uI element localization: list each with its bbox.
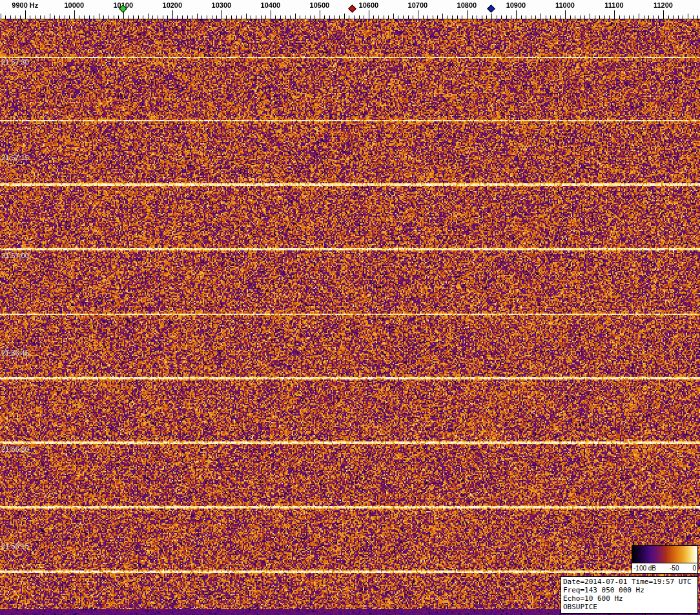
- spectrogram-canvas: [0, 19, 700, 615]
- time-tick-label: 21:56:30: [1, 445, 29, 453]
- freq-tick-label: 10200: [163, 1, 183, 9]
- colorbar-label-max: 0: [692, 565, 696, 572]
- info-freq-line: Freq=143 050 000 Hz: [563, 586, 695, 594]
- colorbar-gradient: [632, 546, 697, 563]
- frequency-ruler[interactable]: 9900 Hz100001010010200103001040010500106…: [0, 0, 700, 19]
- freq-tick-label: 11100: [604, 1, 623, 9]
- freq-tick-label: 10900: [506, 1, 526, 9]
- spectrogram-display: 9900 Hz100001010010200103001040010500106…: [0, 0, 700, 615]
- time-tick-label: 21:56:15: [1, 542, 29, 550]
- freq-tick-label: 11200: [654, 1, 673, 9]
- colorbar: -100 dB -50 0: [632, 545, 698, 574]
- time-tick-label: 21:57:30: [1, 58, 29, 66]
- colorbar-label-mid: -50: [670, 565, 679, 572]
- freq-tick-label: 11000: [555, 1, 575, 9]
- freq-tick-label: 10700: [408, 1, 428, 9]
- info-box: Date=2014-07-01 Time=19:57 UTC Freq=143 …: [561, 576, 698, 614]
- freq-tick-label: 9900 Hz: [12, 1, 38, 9]
- info-echo-line: Echo=10 600 Hz: [563, 594, 695, 603]
- freq-tick-label: 10000: [64, 1, 84, 9]
- time-tick-label: 21:56:45: [1, 349, 29, 357]
- colorbar-labels: -100 dB -50 0: [632, 563, 697, 573]
- freq-tick-label: 10800: [457, 1, 477, 9]
- freq-tick-label: 10500: [310, 1, 330, 9]
- freq-tick-label: 10600: [359, 1, 379, 9]
- time-tick-label: 21:57:15: [1, 154, 29, 161]
- info-station-line: OBSUPICE: [563, 603, 695, 611]
- freq-tick-label: 10400: [261, 1, 281, 9]
- info-date-line: Date=2014-07-01 Time=19:57 UTC: [563, 578, 695, 586]
- freq-tick-label: 10300: [212, 1, 232, 9]
- time-tick-label: 21:57:00: [1, 252, 29, 259]
- colorbar-label-min: -100 dB: [633, 565, 656, 572]
- waterfall-area: 21:57:3021:57:1521:57:0021:56:4521:56:30…: [0, 19, 700, 615]
